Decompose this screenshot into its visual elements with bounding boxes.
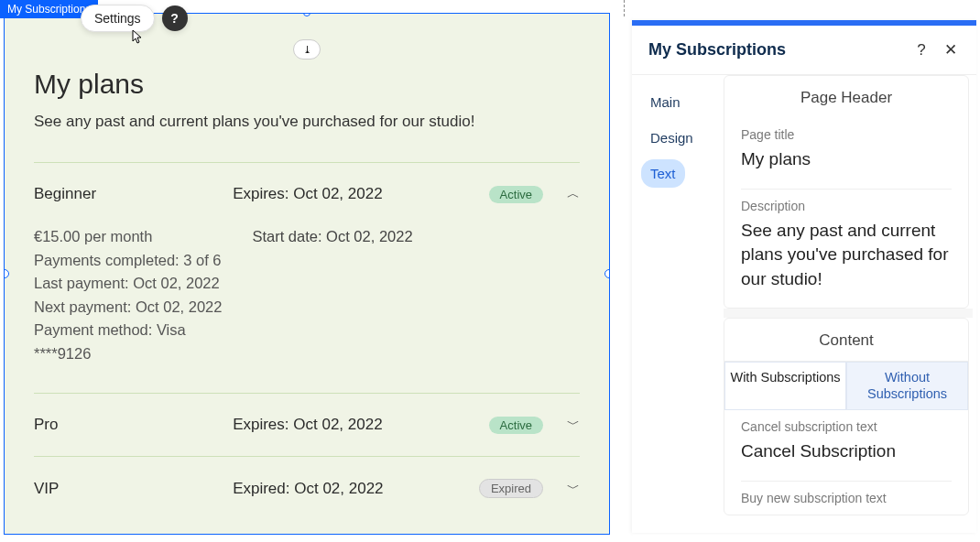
settings-header: My Subscriptions ? ✕ (632, 26, 976, 75)
cursor-icon (128, 29, 143, 49)
section-header: Page Header (724, 76, 968, 118)
plan-name: Beginner (34, 185, 233, 203)
download-icon[interactable]: ⤓ (293, 39, 321, 60)
tab-design[interactable]: Design (641, 124, 702, 152)
content-card: Content With Subscriptions Without Subsc… (724, 318, 969, 515)
content-tabs: With Subscriptions Without Subscriptions (724, 361, 968, 410)
plan-row-beginner[interactable]: Beginner Expires: Oct 02, 2022 Active ︿ (34, 163, 580, 225)
status-badge: Active (489, 186, 543, 203)
detail-line: Payment method: Visa (34, 319, 252, 342)
plan-details: €15.00 per month Payments completed: 3 o… (34, 225, 580, 393)
detail-line: Last payment: Oct 02, 2022 (34, 272, 252, 296)
chevron-up-icon[interactable]: ︿ (567, 186, 580, 202)
settings-title: My Subscriptions (648, 40, 901, 60)
field-label: Description (741, 199, 952, 213)
detail-line: Payments completed: 3 of 6 (34, 249, 252, 273)
plan-name: Pro (34, 416, 233, 434)
plan-row-pro[interactable]: Pro Expires: Oct 02, 2022 Active ﹀ (34, 394, 580, 456)
canvas-preview[interactable]: ⤓ My plans See any past and current plan… (4, 13, 610, 535)
help-icon[interactable]: ? (912, 41, 931, 60)
help-icon[interactable]: ? (162, 5, 188, 31)
status-badge: Active (489, 417, 543, 434)
detail-line: ****9126 (34, 342, 252, 366)
plan-expire: Expires: Oct 02, 2022 (233, 185, 452, 203)
resize-handle-top[interactable] (303, 13, 310, 16)
tab-text[interactable]: Text (641, 159, 685, 188)
tab-main[interactable]: Main (641, 88, 690, 116)
field-label: Cancel subscription text (741, 419, 952, 434)
guide-line (624, 0, 625, 16)
status-badge: Expired (479, 479, 543, 498)
page-header-card: Page Header Page title My plans Descript… (724, 75, 969, 309)
tab-with-subscriptions[interactable]: With Subscriptions (724, 362, 846, 410)
plan-expire: Expires: Oct 02, 2022 (233, 416, 452, 434)
chevron-down-icon[interactable]: ﹀ (567, 417, 580, 433)
close-icon[interactable]: ✕ (942, 40, 960, 60)
plan-name: VIP (34, 480, 233, 498)
detail-line: Next payment: Oct 02, 2022 (34, 296, 252, 320)
my-plans-widget: My plans See any past and current plans … (34, 43, 580, 520)
settings-tabs: Main Design Text (632, 75, 724, 533)
page-title: My plans (34, 69, 580, 100)
plan-row-vip[interactable]: VIP Expired: Oct 02, 2022 Expired ﹀ (34, 457, 580, 520)
detail-line: €15.00 per month (34, 225, 252, 249)
settings-panel: My Subscriptions ? ✕ Main Design Text Pa… (632, 20, 976, 533)
plan-expire: Expired: Oct 02, 2022 (233, 480, 452, 498)
settings-button[interactable]: Settings (81, 5, 155, 32)
chevron-down-icon[interactable]: ﹀ (567, 481, 580, 497)
element-toolbar: Settings ? (81, 5, 188, 32)
section-header: Content (724, 319, 968, 361)
description-input[interactable]: See any past and current plans you've pu… (741, 219, 952, 292)
plan-start-date: Start date: Oct 02, 2022 (252, 225, 580, 249)
page-description: See any past and current plans you've pu… (34, 113, 580, 131)
field-label: Buy new subscription text (741, 491, 952, 505)
field-label: Page title (741, 127, 952, 142)
cancel-text-input[interactable]: Cancel Subscription (741, 439, 952, 464)
tab-without-subscriptions[interactable]: Without Subscriptions (846, 362, 968, 410)
settings-content: Page Header Page title My plans Descript… (724, 75, 976, 533)
page-title-input[interactable]: My plans (741, 147, 952, 172)
